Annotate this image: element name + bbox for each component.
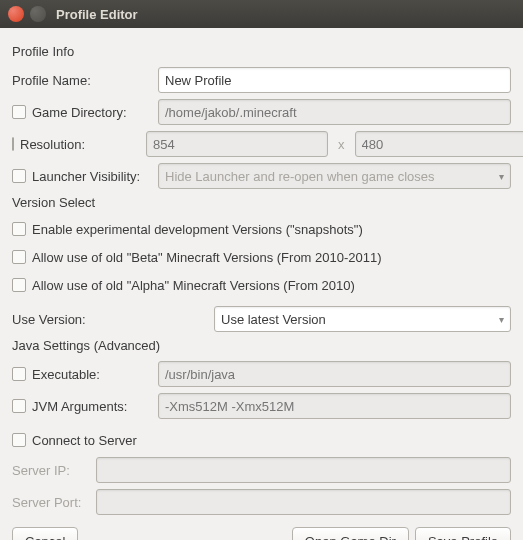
jvm-args-input	[158, 393, 511, 419]
beta-label: Allow use of old "Beta" Minecraft Versio…	[32, 250, 382, 265]
snapshots-label: Enable experimental development Versions…	[32, 222, 363, 237]
executable-checkbox[interactable]	[12, 367, 26, 381]
jvm-args-checkbox[interactable]	[12, 399, 26, 413]
server-port-input	[96, 489, 511, 515]
row-executable: Executable:	[12, 359, 511, 389]
row-server-port: Server Port:	[12, 487, 511, 517]
open-game-dir-button[interactable]: Open Game Dir	[292, 527, 409, 540]
chevron-down-icon: ▾	[499, 171, 504, 182]
launcher-vis-value: Hide Launcher and re-open when game clos…	[165, 169, 435, 184]
row-connect: Connect to Server	[12, 427, 511, 453]
jvm-args-label: JVM Arguments:	[32, 399, 152, 414]
profile-name-input[interactable]	[158, 67, 511, 93]
button-bar: Cancel Open Game Dir Save Profile	[12, 527, 511, 540]
row-game-dir: Game Directory:	[12, 97, 511, 127]
game-dir-checkbox[interactable]	[12, 105, 26, 119]
resolution-width-input	[146, 131, 328, 157]
save-profile-button[interactable]: Save Profile	[415, 527, 511, 540]
row-beta: Allow use of old "Beta" Minecraft Versio…	[12, 244, 511, 270]
row-resolution: Resolution: x	[12, 129, 511, 159]
server-ip-input	[96, 457, 511, 483]
titlebar: Profile Editor	[0, 0, 523, 28]
profile-name-label: Profile Name:	[12, 73, 152, 88]
server-ip-label: Server IP:	[12, 463, 90, 478]
launcher-vis-checkbox[interactable]	[12, 169, 26, 183]
connect-label: Connect to Server	[32, 433, 137, 448]
close-icon[interactable]	[8, 6, 24, 22]
server-port-label: Server Port:	[12, 495, 90, 510]
connect-checkbox[interactable]	[12, 433, 26, 447]
row-launcher-vis: Launcher Visibility: Hide Launcher and r…	[12, 161, 511, 191]
resolution-checkbox[interactable]	[12, 137, 14, 151]
game-dir-label: Game Directory:	[32, 105, 152, 120]
executable-label: Executable:	[32, 367, 152, 382]
window-title: Profile Editor	[56, 7, 138, 22]
row-use-version: Use Version: Use latest Version ▾	[12, 304, 511, 334]
content: Profile Info Profile Name: Game Director…	[0, 28, 523, 540]
section-version-select: Version Select	[12, 195, 511, 210]
row-profile-name: Profile Name:	[12, 65, 511, 95]
resolution-x: x	[334, 137, 349, 152]
row-snapshots: Enable experimental development Versions…	[12, 216, 511, 242]
use-version-value: Use latest Version	[221, 312, 326, 327]
cancel-button[interactable]: Cancel	[12, 527, 78, 540]
use-version-select[interactable]: Use latest Version ▾	[214, 306, 511, 332]
executable-input	[158, 361, 511, 387]
section-java: Java Settings (Advanced)	[12, 338, 511, 353]
alpha-checkbox[interactable]	[12, 278, 26, 292]
snapshots-checkbox[interactable]	[12, 222, 26, 236]
row-server-ip: Server IP:	[12, 455, 511, 485]
chevron-down-icon: ▾	[499, 314, 504, 325]
section-profile-info: Profile Info	[12, 44, 511, 59]
beta-checkbox[interactable]	[12, 250, 26, 264]
row-alpha: Allow use of old "Alpha" Minecraft Versi…	[12, 272, 511, 298]
resolution-height-input	[355, 131, 524, 157]
row-jvm-args: JVM Arguments:	[12, 391, 511, 421]
game-dir-input	[158, 99, 511, 125]
use-version-label: Use Version:	[12, 312, 208, 327]
alpha-label: Allow use of old "Alpha" Minecraft Versi…	[32, 278, 355, 293]
minimize-icon[interactable]	[30, 6, 46, 22]
resolution-label: Resolution:	[20, 137, 140, 152]
launcher-vis-label: Launcher Visibility:	[32, 169, 152, 184]
launcher-vis-select: Hide Launcher and re-open when game clos…	[158, 163, 511, 189]
